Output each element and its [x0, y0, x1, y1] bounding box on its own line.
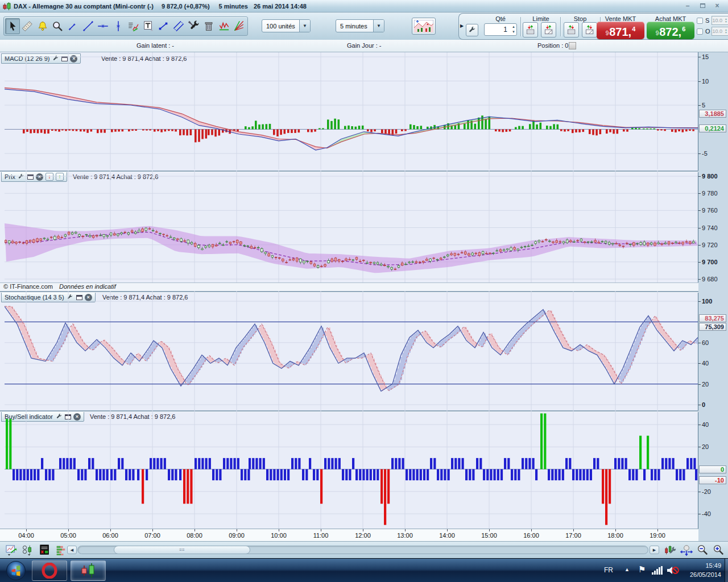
volume-muted-icon[interactable] — [667, 565, 679, 578]
show-desktop-button[interactable] — [725, 559, 728, 582]
network-signal-icon[interactable] — [652, 566, 663, 577]
tool-fan-lines-button[interactable] — [231, 18, 246, 34]
zigzag-pattern-icon — [218, 20, 230, 32]
last-value-badge: 75,309 — [699, 323, 726, 331]
trendline-long-icon — [82, 20, 94, 32]
action-center-flag-icon[interactable]: ⚑ — [638, 564, 646, 575]
qty-spin-down-icon[interactable]: ▼ — [512, 30, 515, 35]
tool-zoom-button[interactable] — [51, 18, 65, 34]
tool-segment-button[interactable] — [156, 18, 171, 34]
main-toolbar: 100 unités ▼ 5 minutes ▼ ▶ Qté 1 ▲ ▼ — [0, 13, 728, 40]
tool-ruler-button[interactable] — [20, 18, 35, 34]
opera-icon — [42, 563, 57, 579]
axis-tick-label: 15 — [702, 53, 709, 60]
pan-zoom-button[interactable] — [679, 543, 694, 557]
sl-spin-down-icon[interactable]: ▼ — [725, 20, 727, 23]
timeframe-dropdown[interactable]: 5 minutes ▼ — [336, 19, 384, 32]
stop-order-alt-icon — [584, 24, 595, 36]
chart-scrollbar-thumb[interactable]: ≡≡ — [114, 546, 250, 554]
scroll-left-button[interactable]: ◀ — [67, 546, 77, 554]
last-value-badge: -10 — [699, 476, 726, 484]
volume-profile-button[interactable] — [53, 543, 68, 557]
position-label: Position : 0 — [537, 42, 568, 49]
drawing-toolbar — [3, 16, 248, 36]
stop-sell-order-button[interactable] — [582, 22, 597, 38]
taskbar-opera-button[interactable] — [32, 560, 67, 581]
buysell-chart[interactable] — [5, 410, 698, 529]
language-indicator[interactable]: FR — [604, 566, 613, 574]
tool-chart-notes-button[interactable] — [126, 18, 141, 34]
stochastique-chart[interactable] — [5, 291, 698, 410]
limit-order-icon — [525, 24, 536, 36]
units-dropdown[interactable]: 100 unités ▼ — [262, 19, 311, 32]
limit-order-alt-icon — [543, 24, 555, 36]
time-tick-label: 18:00 — [607, 532, 623, 539]
axis-tick-label: 100 — [702, 298, 712, 305]
last-value-badge: 3,1885 — [699, 110, 726, 118]
horizontal-line-icon — [97, 20, 109, 32]
news-button[interactable] — [38, 543, 52, 557]
prix-chart[interactable] — [5, 171, 698, 282]
units-dropdown-arrow-icon[interactable]: ▼ — [299, 20, 310, 32]
taskbar-clock[interactable]: 15:49 26/05/2014 — [681, 561, 721, 579]
obj-spin-down-icon[interactable]: ▼ — [725, 31, 727, 34]
tool-cursor-button[interactable] — [5, 18, 20, 34]
tool-settings-tools-button[interactable] — [187, 18, 201, 34]
objective-checkbox[interactable] — [697, 28, 703, 35]
axis-tick-label: 9 760 — [702, 207, 718, 214]
position-grid-icon[interactable] — [569, 42, 576, 49]
tool-horizontal-line-button[interactable] — [96, 18, 110, 34]
timeframe-dropdown-arrow-icon[interactable]: ▼ — [373, 20, 384, 32]
windows-taskbar: FR ▲ ⚑ 15:49 26/05/2014 — [0, 558, 728, 582]
chart-options-button[interactable] — [663, 543, 678, 557]
macd-chart[interactable] — [5, 52, 698, 169]
zoom-icon — [51, 20, 64, 32]
limit-sell-order-button[interactable] — [541, 22, 556, 38]
tool-trash-button[interactable] — [201, 18, 216, 34]
scroll-right-button[interactable]: ▶ — [650, 546, 659, 554]
tool-vertical-line-button[interactable] — [111, 18, 126, 34]
close-button[interactable]: × — [711, 2, 723, 10]
trash-icon — [202, 20, 215, 32]
tray-expand-icon[interactable]: ▲ — [624, 567, 630, 572]
axis-tick-label: 20 — [702, 443, 709, 450]
tool-zigzag-pattern-button[interactable] — [217, 18, 231, 34]
sell-market-button[interactable]: 9871,4 — [597, 22, 644, 39]
time-tick-label: 05:00 — [60, 532, 76, 539]
trade-settings-button[interactable] — [466, 24, 478, 36]
axis-tick-label: 20 — [702, 381, 709, 388]
buy-market-button[interactable]: 9872,6 — [647, 22, 694, 39]
chart-type-button[interactable] — [412, 18, 436, 35]
tool-parallel-lines-button[interactable] — [171, 18, 186, 34]
time-axis: 04:0005:0006:0007:0008:0009:0010:0011:00… — [0, 529, 698, 541]
stop-loss-checkbox[interactable] — [697, 18, 703, 24]
restore-button[interactable] — [696, 2, 709, 10]
tool-alarm-button[interactable] — [35, 18, 50, 34]
titlebar-datetime: 26 mai 2014 14:48 — [254, 3, 307, 10]
titlebar-price: 9 872,0 (+0,87%) — [162, 3, 210, 10]
minimize-button[interactable]: – — [681, 2, 694, 10]
start-button[interactable] — [5, 560, 27, 581]
tool-text-label-button[interactable] — [141, 18, 156, 34]
taskbar-trading-app-button[interactable] — [71, 560, 106, 581]
trade-panel-handle-icon[interactable]: ▶ — [460, 23, 464, 28]
limit-buy-order-button[interactable] — [523, 22, 538, 38]
time-tick-label: 11:00 — [313, 532, 329, 539]
chart-type-icon — [414, 20, 433, 32]
axis-tick-label: 9 720 — [702, 242, 718, 248]
tool-trendline-short-button[interactable] — [65, 18, 80, 34]
zoom-out-button[interactable] — [695, 543, 710, 557]
axis-tick-label: 9 800 — [702, 173, 718, 180]
zoom-in-button[interactable] — [711, 543, 726, 557]
objective-value: 10.0 — [712, 28, 722, 34]
stop-buy-order-button[interactable] — [564, 22, 579, 38]
time-tick-label: 07:00 — [144, 532, 160, 539]
qty-stepper[interactable]: 1 ▲ ▼ — [484, 23, 517, 36]
tool-trendline-long-button[interactable] — [81, 18, 96, 34]
time-tick-label: 13:00 — [397, 532, 413, 539]
qty-spin-up-icon[interactable]: ▲ — [512, 24, 515, 30]
candlestick-settings-button[interactable] — [20, 543, 35, 557]
export-chart-button[interactable] — [5, 543, 19, 557]
titlebar[interactable]: DAX - Allemagne 30 au comptant (Mini-con… — [0, 0, 728, 13]
time-tick-label: 08:00 — [187, 532, 202, 539]
